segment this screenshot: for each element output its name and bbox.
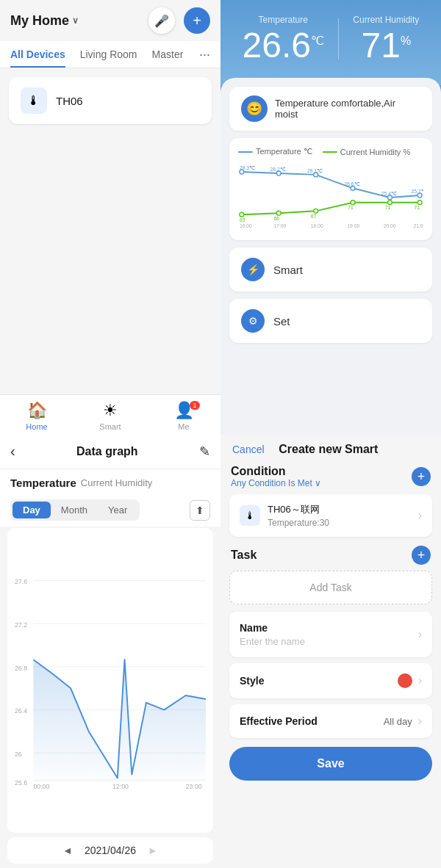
nav-item-me[interactable]: 1 👤 Me [147, 401, 220, 431]
nav-item-smart[interactable]: ☀ Smart [74, 401, 147, 431]
stat-divider [338, 18, 339, 59]
condition-device-card[interactable]: 🌡 TH06～联网 Temperature:30 › [229, 494, 432, 537]
period-label: Effective Period [240, 715, 318, 727]
set-action-icon: ⚙ [241, 309, 265, 333]
svg-text:21:00: 21:00 [413, 223, 423, 228]
temperature-chart-svg: 27.6 27.2 26.8 26.4 26 25.6 [13, 535, 207, 827]
panel-home: My Home ∨ 🎤 + All Devices Living Room Ma… [0, 0, 220, 434]
period-day[interactable]: Day [12, 502, 51, 518]
task-title: Task [231, 549, 257, 562]
graph-date-bar: ◄ 2021/04/26 ► [7, 837, 213, 864]
name-chevron-icon: › [418, 628, 422, 641]
name-label: Name [240, 622, 305, 634]
svg-point-13 [276, 211, 281, 215]
add-task-label: Add Task [309, 582, 351, 593]
temperature-stat: Temperature 26.6℃ [243, 15, 324, 63]
legend-dot-blue [238, 151, 253, 153]
svg-point-15 [351, 200, 355, 205]
svg-text:26.4: 26.4 [15, 708, 27, 715]
name-value: Enter the name [240, 636, 305, 647]
svg-text:20:00: 20:00 [384, 223, 396, 228]
cancel-button[interactable]: Cancel [232, 444, 265, 455]
condition-section-header: Condition Any Condition Is Met ∨ + [229, 465, 432, 488]
add-task-card[interactable]: Add Task [229, 571, 432, 604]
graph-title: Data graph [23, 445, 192, 458]
svg-text:26: 26 [15, 751, 22, 758]
back-button[interactable]: ‹ [10, 443, 15, 460]
legend-humidity-label: Current Humidity % [340, 148, 410, 156]
nav-item-home[interactable]: 🏠 Home [0, 401, 74, 431]
period-month[interactable]: Month [51, 502, 98, 518]
tab-temperature[interactable]: Temperature [10, 477, 76, 489]
temperature-label: Temperature [243, 15, 324, 25]
style-color-dot [398, 673, 412, 688]
tabs-more-button[interactable]: ··· [199, 47, 210, 62]
svg-point-12 [240, 212, 244, 217]
smart-action-label: Smart [273, 264, 303, 276]
home-devices-list: 🌡 TH06 [0, 68, 220, 394]
home-title[interactable]: My Home ∨ [10, 13, 79, 29]
condition-info: TH06～联网 Temperature:30 [268, 503, 411, 528]
svg-text:71: 71 [414, 205, 420, 210]
mic-button[interactable]: 🎤 [148, 7, 175, 34]
smart-action-card[interactable]: ⚡ Smart [229, 247, 432, 292]
tab-all-devices[interactable]: All Devices [10, 41, 65, 68]
me-nav-label: Me [178, 422, 189, 431]
humidity-stat: Current Humidity 71% [353, 15, 419, 63]
condition-device-detail: Temperature:30 [268, 518, 411, 528]
add-condition-button[interactable]: + [412, 467, 431, 486]
svg-text:27.2: 27.2 [15, 621, 27, 629]
svg-text:19:00: 19:00 [347, 223, 359, 228]
svg-text:65: 65 [240, 217, 245, 223]
tab-master[interactable]: Master [152, 41, 184, 68]
add-device-button[interactable]: + [184, 7, 210, 34]
home-header: My Home ∨ 🎤 + [0, 0, 220, 41]
svg-text:71: 71 [348, 205, 354, 210]
period-row[interactable]: Effective Period All day › [229, 704, 432, 738]
legend-dot-green [323, 151, 337, 153]
svg-point-16 [388, 200, 392, 205]
device-card-th06[interactable]: 🌡 TH06 [9, 77, 212, 124]
svg-text:66: 66 [273, 216, 279, 221]
device-name: TH06 [56, 95, 83, 107]
sensor-chart-card: Temperature ℃ Current Humidity % [229, 138, 432, 240]
style-row[interactable]: Style › [229, 663, 432, 698]
condition-device-icon: 🌡 [240, 505, 260, 526]
comfort-icon: 😊 [241, 95, 268, 122]
set-action-card[interactable]: ⚙ Set [229, 299, 432, 343]
style-label: Style [240, 675, 264, 687]
period-value: All day [384, 716, 412, 727]
condition-title: Condition [231, 465, 321, 478]
smart-page-title: Create new Smart [279, 443, 378, 456]
date-display: 2021/04/26 [85, 845, 136, 856]
comfort-card: 😊 Temperature comfortable,Air moist [229, 87, 432, 131]
task-section-header: Task + [229, 546, 432, 565]
tab-living-room[interactable]: Living Room [80, 41, 137, 68]
svg-text:18:00: 18:00 [311, 223, 323, 228]
date-prev-button[interactable]: ◄ [62, 845, 73, 856]
svg-text:28.2℃: 28.2℃ [270, 167, 286, 172]
home-chevron-icon: ∨ [72, 15, 79, 26]
home-navigation: 🏠 Home ☀ Smart 1 👤 Me [0, 394, 220, 434]
panel-data-graph: ‹ Data graph ✎ Temperature Current Humid… [0, 434, 220, 868]
graph-type-tabs: Temperature Current Humidity [0, 469, 220, 493]
legend-temp-label: Temperature ℃ [256, 147, 312, 156]
save-button[interactable]: Save [229, 747, 432, 781]
export-button[interactable]: ⬆ [190, 500, 210, 521]
style-row-right: › [398, 673, 422, 688]
panel-create-smart: Cancel Create new Smart Condition Any Co… [220, 434, 441, 868]
smart-nav-label: Smart [99, 422, 121, 431]
temperature-unit: ℃ [311, 35, 324, 47]
period-year[interactable]: Year [98, 502, 137, 518]
svg-text:25.7℃: 25.7℃ [412, 189, 423, 194]
svg-text:17:00: 17:00 [273, 223, 286, 228]
graph-controls: Day Month Year ⬆ [0, 493, 220, 527]
name-row[interactable]: Name Enter the name › [229, 612, 432, 657]
graph-header: ‹ Data graph ✎ [0, 434, 220, 469]
tab-current-humidity[interactable]: Current Humidity [81, 477, 153, 489]
svg-text:25.6: 25.6 [15, 779, 27, 786]
edit-button[interactable]: ✎ [199, 444, 210, 460]
add-task-button[interactable]: + [412, 546, 431, 565]
date-next-button[interactable]: ► [148, 845, 158, 856]
svg-text:23:00: 23:00 [186, 783, 202, 790]
